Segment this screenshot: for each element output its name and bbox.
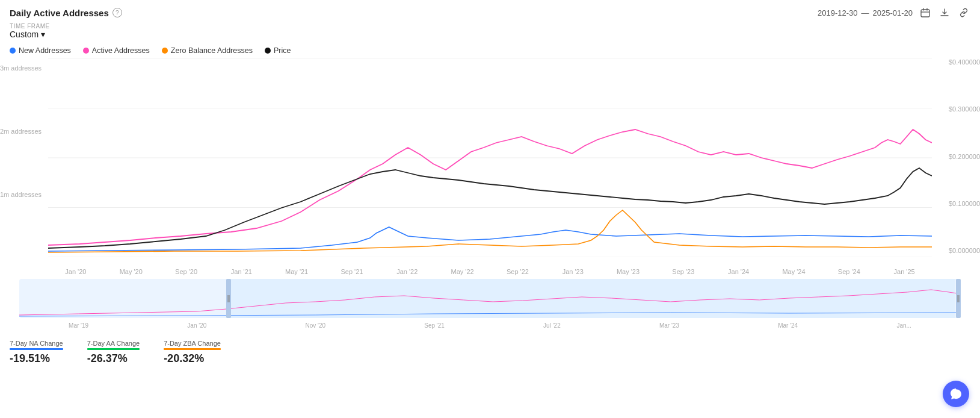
y-right-200: $0.200000 xyxy=(949,153,980,160)
mini-label-sep21: Sep '21 xyxy=(424,322,445,329)
legend-label-price: Price xyxy=(274,46,291,55)
x-label-may24: May '24 xyxy=(766,268,822,275)
x-label-may20: May '20 xyxy=(103,268,159,275)
legend-price[interactable]: Price xyxy=(265,46,291,55)
y-axis-left: 3m addresses 2m addresses 1m addresses xyxy=(0,58,48,257)
legend-dot-new xyxy=(10,48,16,54)
range-handle-right[interactable] xyxy=(956,279,961,318)
stat-aa-underline xyxy=(87,348,140,350)
mini-label-nov20: Nov '20 xyxy=(305,322,325,329)
x-label-jan25: Jan '25 xyxy=(877,268,932,275)
timeframe-area: TIME FRAME Custom ▾ xyxy=(0,22,980,43)
mini-label-jan20: Jan '20 xyxy=(187,322,206,329)
mini-label-jan-end: Jan... xyxy=(896,322,911,329)
date-range: 2019-12-30 — 2025-01-20 xyxy=(818,8,913,17)
link-icon[interactable] xyxy=(957,6,970,19)
stat-aa-value: -26.37% xyxy=(87,352,140,365)
stat-na-underline xyxy=(10,348,63,350)
x-label-sep24: Sep '24 xyxy=(821,268,877,275)
svg-rect-6 xyxy=(226,279,955,318)
range-handle-left[interactable] xyxy=(226,279,231,318)
x-label-sep22: Sep '22 xyxy=(490,268,546,275)
legend-label-active: Active Addresses xyxy=(92,46,150,55)
stats-area: 7-Day NA Change -19.51% 7-Day AA Change … xyxy=(0,332,980,370)
x-label-sep20: Sep '20 xyxy=(159,268,214,275)
y-axis-right: $0.400000 $0.300000 $0.200000 $0.100000 … xyxy=(932,58,980,257)
chart-svg-area xyxy=(48,58,932,257)
calendar-icon[interactable] xyxy=(919,6,932,19)
info-icon[interactable]: ? xyxy=(112,8,122,17)
svg-rect-0 xyxy=(921,10,929,17)
y-label-3m: 3m addresses xyxy=(0,64,42,72)
x-label-jan23: Jan '23 xyxy=(545,268,600,275)
mini-label-mar19: Mar '19 xyxy=(69,322,88,329)
mini-label-mar24: Mar '24 xyxy=(778,322,798,329)
timeframe-value: Custom xyxy=(10,30,39,39)
header: Daily Active Addresses ? 2019-12-30 — 20… xyxy=(0,0,980,22)
x-label-sep21: Sep '21 xyxy=(324,268,380,275)
stat-zba-underline xyxy=(164,348,221,350)
x-label-jan20: Jan '20 xyxy=(48,268,103,275)
mini-chart-section: Mar '19 Jan '20 Nov '20 Sep '21 Jul '22 … xyxy=(0,275,980,332)
timeframe-dropdown[interactable]: Custom ▾ xyxy=(10,30,970,39)
mini-x-labels: Mar '19 Jan '20 Nov '20 Sep '21 Jul '22 … xyxy=(19,322,961,329)
stat-aa: 7-Day AA Change -26.37% xyxy=(87,340,140,365)
date-end: 2025-01-20 xyxy=(873,8,913,17)
download-icon[interactable] xyxy=(938,6,951,19)
y-right-0: $0.000000 xyxy=(949,247,980,254)
legend-active-addresses[interactable]: Active Addresses xyxy=(83,46,150,55)
stat-zba-value: -20.32% xyxy=(164,352,221,365)
legend-label-zero: Zero Balance Addresses xyxy=(171,46,253,55)
legend-zero-balance[interactable]: Zero Balance Addresses xyxy=(162,46,253,55)
chevron-down-icon: ▾ xyxy=(41,30,45,39)
y-label-1m: 1m addresses xyxy=(0,191,42,198)
date-start: 2019-12-30 xyxy=(818,8,858,17)
legend-dot-active xyxy=(83,48,89,54)
mini-label-mar23: Mar '23 xyxy=(659,322,679,329)
x-label-may22: May '22 xyxy=(435,268,490,275)
stat-zba: 7-Day ZBA Change -20.32% xyxy=(164,340,221,365)
title-area: Daily Active Addresses ? xyxy=(10,8,122,18)
mini-label-jul22: Jul '22 xyxy=(543,322,561,329)
x-axis: Jan '20 May '20 Sep '20 Jan '21 May '21 … xyxy=(48,258,932,275)
y-right-300: $0.300000 xyxy=(949,105,980,113)
stat-zba-label: 7-Day ZBA Change xyxy=(164,340,221,347)
x-label-may21: May '21 xyxy=(269,268,324,275)
legend-new-addresses[interactable]: New Addresses xyxy=(10,46,71,55)
legend: New Addresses Active Addresses Zero Bala… xyxy=(0,43,980,58)
x-label-jan22: Jan '22 xyxy=(380,268,435,275)
legend-dot-price xyxy=(265,48,271,54)
stat-aa-label: 7-Day AA Change xyxy=(87,340,140,347)
legend-dot-zero xyxy=(162,48,168,54)
stat-na: 7-Day NA Change -19.51% xyxy=(10,340,63,365)
stat-na-value: -19.51% xyxy=(10,352,63,365)
x-label-jan21: Jan '21 xyxy=(214,268,269,275)
y-right-100: $0.100000 xyxy=(949,200,980,207)
mini-chart[interactable]: Mar '19 Jan '20 Nov '20 Sep '21 Jul '22 … xyxy=(19,279,961,318)
y-label-2m: 2m addresses xyxy=(0,128,42,135)
timeframe-label: TIME FRAME xyxy=(10,23,970,30)
main-chart-container: 3m addresses 2m addresses 1m addresses $… xyxy=(0,58,980,275)
legend-label-new: New Addresses xyxy=(19,46,71,55)
x-label-sep23: Sep '23 xyxy=(656,268,711,275)
header-right: 2019-12-30 — 2025-01-20 xyxy=(818,6,970,19)
y-right-400: $0.400000 xyxy=(949,58,980,66)
x-label-may23: May '23 xyxy=(600,268,656,275)
stat-na-label: 7-Day NA Change xyxy=(10,340,63,347)
page-title: Daily Active Addresses xyxy=(10,8,109,18)
x-label-jan24: Jan '24 xyxy=(711,268,766,275)
chat-button[interactable] xyxy=(943,381,969,407)
date-separator: — xyxy=(861,8,869,17)
